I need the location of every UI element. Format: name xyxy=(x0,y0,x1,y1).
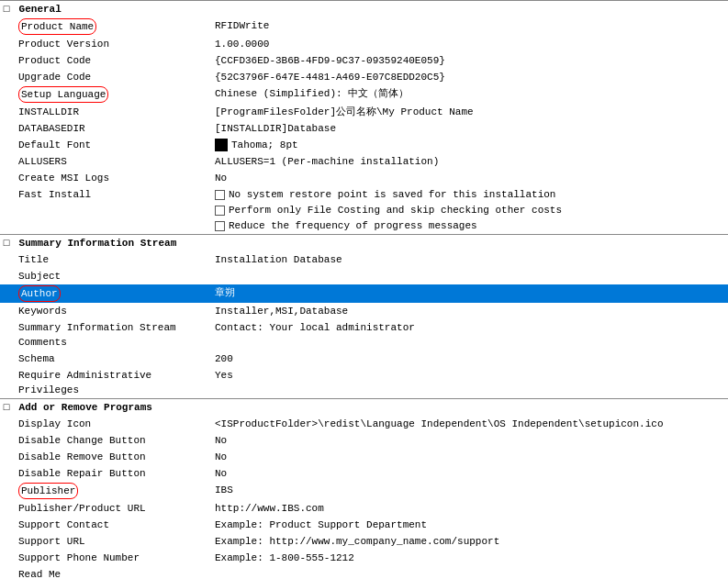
table-row[interactable]: Fast InstallNo system restore point is s… xyxy=(0,186,728,235)
table-row[interactable]: TitleInstallation Database xyxy=(0,251,728,268)
property-name: ALLUSERS xyxy=(0,153,211,170)
table-row[interactable]: Setup LanguageChinese (Simplified): 中文（简… xyxy=(0,85,728,104)
property-value: ALLUSERS=1 (Per-machine installation) xyxy=(211,153,728,170)
table-row[interactable]: DATABASEDIR[INSTALLDIR]Database xyxy=(0,120,728,137)
circled-label: Setup Language xyxy=(18,86,108,103)
table-row[interactable]: Support ContactExample: Product Support … xyxy=(0,517,728,533)
font-swatch xyxy=(215,139,228,151)
property-value: Example: 1-800-555-1212 xyxy=(211,550,728,566)
property-name: Keywords xyxy=(0,303,211,319)
property-name: Product Version xyxy=(0,36,211,52)
table-row[interactable]: Support URLExample: http://www.my_compan… xyxy=(0,533,728,550)
checkbox[interactable] xyxy=(215,190,225,200)
property-name: Disable Remove Button xyxy=(0,449,211,465)
font-value: Tahoma; 8pt xyxy=(231,139,298,150)
table-row[interactable]: PublisherIBS xyxy=(0,482,728,500)
checkbox[interactable] xyxy=(215,221,225,231)
property-name: Author xyxy=(0,284,211,303)
table-row[interactable]: KeywordsInstaller,MSI,Database xyxy=(0,303,728,319)
property-name: Read Me xyxy=(0,566,211,579)
circled-label: Publisher xyxy=(18,483,78,499)
property-name: Schema xyxy=(0,351,211,367)
property-name: Require Administrative Privileges xyxy=(0,367,211,399)
property-name: Summary Information Stream Comments xyxy=(0,319,211,351)
table-row[interactable]: Disable Repair ButtonNo xyxy=(0,465,728,482)
property-name: Support Phone Number xyxy=(0,550,211,566)
property-value: Example: Product Support Department xyxy=(211,517,728,533)
table-row[interactable]: INSTALLDIR[ProgramFilesFolder]公司名称\My Pr… xyxy=(0,104,728,120)
table-row[interactable]: ALLUSERSALLUSERS=1 (Per-machine installa… xyxy=(0,153,728,170)
property-name: Publisher/Product URL xyxy=(0,500,211,517)
property-value: {CCFD36ED-3B6B-4FD9-9C37-09359240E059} xyxy=(211,52,728,69)
property-name: Product Name xyxy=(0,17,211,36)
property-value: Installation Database xyxy=(211,251,728,268)
properties-panel: □ General Product NameRFIDWriteProduct V… xyxy=(0,0,728,579)
table-row[interactable]: Default FontTahoma; 8pt xyxy=(0,137,728,153)
section-header-general[interactable]: □ General xyxy=(0,1,728,18)
checkbox-label: Perform only File Costing and skip check… xyxy=(229,203,562,217)
section-label: General xyxy=(19,4,62,15)
table-row[interactable]: Support Phone NumberExample: 1-800-555-1… xyxy=(0,550,728,566)
property-name: Fast Install xyxy=(0,186,211,235)
table-row[interactable]: Read Me xyxy=(0,566,728,579)
checkbox[interactable] xyxy=(215,206,225,216)
checkbox-row: No system restore point is saved for thi… xyxy=(215,187,724,202)
property-name: Support URL xyxy=(0,533,211,550)
property-value: RFIDWrite xyxy=(211,17,728,36)
property-value: Contact: Your local administrator xyxy=(211,319,728,351)
property-value xyxy=(211,268,728,284)
checkbox-row: Perform only File Costing and skip check… xyxy=(215,203,724,217)
property-value: [INSTALLDIR]Database xyxy=(211,120,728,137)
table-row[interactable]: Product Code{CCFD36ED-3B6B-4FD9-9C37-093… xyxy=(0,52,728,69)
property-name: Title xyxy=(0,251,211,268)
table-row[interactable]: Summary Information Stream CommentsConta… xyxy=(0,319,728,351)
property-name: Display Icon xyxy=(0,416,211,432)
section-label: Add or Remove Programs xyxy=(19,402,152,413)
property-value: IBS xyxy=(211,482,728,500)
table-row[interactable]: Disable Remove ButtonNo xyxy=(0,449,728,465)
property-name: Setup Language xyxy=(0,85,211,104)
property-name: Disable Change Button xyxy=(0,432,211,449)
property-value: No xyxy=(211,170,728,186)
table-row[interactable]: Author章朔 xyxy=(0,284,728,303)
property-value: No xyxy=(211,449,728,465)
table-row[interactable]: Create MSI LogsNo xyxy=(0,170,728,186)
checkbox-row: Reduce the frequency of progress message… xyxy=(215,218,724,233)
circled-label: Author xyxy=(18,285,61,302)
property-value: Example: http://www.my_company_name.com/… xyxy=(211,533,728,550)
property-value: Yes xyxy=(211,367,728,399)
table-row[interactable]: Product NameRFIDWrite xyxy=(0,17,728,36)
property-value: [ProgramFilesFolder]公司名称\My Product Name xyxy=(211,104,728,120)
property-value: Chinese (Simplified): 中文（简体） xyxy=(211,85,728,104)
property-value: No system restore point is saved for thi… xyxy=(211,186,728,235)
property-name: Default Font xyxy=(0,137,211,153)
property-value: No xyxy=(211,432,728,449)
table-row[interactable]: Disable Change ButtonNo xyxy=(0,432,728,449)
section-header-summary-information-stream[interactable]: □ Summary Information Stream xyxy=(0,235,728,252)
expand-icon: □ xyxy=(2,236,11,251)
property-name: INSTALLDIR xyxy=(0,104,211,120)
table-row[interactable]: Publisher/Product URLhttp://www.IBS.com xyxy=(0,500,728,517)
table-row[interactable]: Schema200 xyxy=(0,351,728,367)
property-value: http://www.IBS.com xyxy=(211,500,728,517)
section-header-add-remove-programs[interactable]: □ Add or Remove Programs xyxy=(0,399,728,417)
table-row[interactable]: Require Administrative PrivilegesYes xyxy=(0,367,728,399)
property-value: Tahoma; 8pt xyxy=(211,137,728,153)
property-value: <ISProductFolder>\redist\Language Indepe… xyxy=(211,416,728,432)
property-name: Upgrade Code xyxy=(0,69,211,85)
property-name: Publisher xyxy=(0,482,211,500)
expand-icon: □ xyxy=(2,400,11,415)
checkbox-group: No system restore point is saved for thi… xyxy=(215,187,724,233)
table-row[interactable]: Product Version1.00.0000 xyxy=(0,36,728,52)
table-row[interactable]: Subject xyxy=(0,268,728,284)
table-row[interactable]: Display Icon<ISProductFolder>\redist\Lan… xyxy=(0,416,728,432)
property-value: {52C3796F-647E-4481-A469-E07C8EDD20C5} xyxy=(211,69,728,85)
property-name: Create MSI Logs xyxy=(0,170,211,186)
property-value xyxy=(211,566,728,579)
property-value: 章朔 xyxy=(211,284,728,303)
checkbox-label: Reduce the frequency of progress message… xyxy=(229,218,477,233)
table-row[interactable]: Upgrade Code{52C3796F-647E-4481-A469-E07… xyxy=(0,69,728,85)
property-value: No xyxy=(211,465,728,482)
property-value: 200 xyxy=(211,351,728,367)
section-label: Summary Information Stream xyxy=(19,238,177,249)
